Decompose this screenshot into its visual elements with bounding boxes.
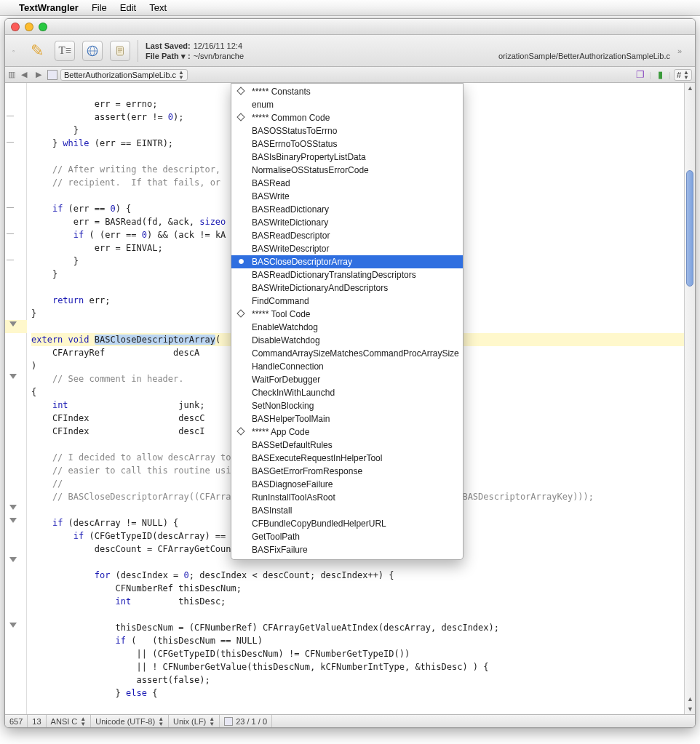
marker-selector[interactable]: # ▲▼ bbox=[674, 69, 692, 81]
popup-function-item[interactable]: BASExecuteRequestInHelperTool bbox=[231, 452, 463, 465]
popup-function-item[interactable]: NormaliseOSStatusErrorCode bbox=[231, 164, 463, 177]
popup-function-item[interactable]: BASInstall bbox=[231, 504, 463, 517]
gutter[interactable] bbox=[5, 83, 27, 714]
diamond-icon bbox=[236, 87, 244, 95]
popup-item-label: HandleConnection bbox=[252, 361, 324, 372]
popup-item-label: BASReadDictionary bbox=[252, 204, 329, 215]
scrollbar-thumb[interactable] bbox=[686, 170, 693, 287]
fold-triangle-icon[interactable] bbox=[9, 557, 17, 562]
popup-function-item[interactable]: BASIsBinaryPropertyListData bbox=[231, 151, 463, 164]
encoding-selector[interactable]: Unicode (UTF-8)▲▼ bbox=[91, 715, 169, 727]
toolbar-divider bbox=[138, 40, 138, 62]
popup-function-item[interactable]: CommandArraySizeMatchesCommandProcArrayS… bbox=[231, 347, 463, 360]
minimize-button[interactable] bbox=[25, 23, 33, 31]
popup-function-item[interactable]: BASReadDictionary bbox=[231, 203, 463, 216]
nav-back-button[interactable]: ◀ bbox=[18, 70, 30, 79]
text-options-button[interactable]: T☰ bbox=[55, 41, 75, 61]
editor-window: ◦ ✎ T☰ Last Saved: 12/16/11 12:4 File Pa… bbox=[4, 18, 696, 728]
popup-function-item[interactable]: BASErrnoToOSStatus bbox=[231, 137, 463, 151]
popup-function-item[interactable]: EnableWatchdog bbox=[231, 321, 463, 334]
nav-forward-button[interactable]: ▶ bbox=[33, 70, 44, 79]
popup-function-item[interactable]: BASReadDescriptor bbox=[231, 229, 463, 242]
popup-item-label: GetToolPath bbox=[252, 532, 300, 542]
popup-item-label: enum bbox=[252, 100, 274, 110]
file-path-label[interactable]: File Path ▾ : bbox=[146, 51, 191, 61]
popup-item-label: BASReadDescriptor bbox=[252, 231, 330, 241]
lineending-selector[interactable]: Unix (LF)▲▼ bbox=[169, 715, 220, 727]
popup-function-item[interactable]: BASHelperToolMain bbox=[231, 412, 463, 425]
document-icon bbox=[47, 70, 57, 80]
zoom-button[interactable] bbox=[39, 23, 47, 31]
popup-item-label: BASWrite bbox=[252, 191, 290, 201]
book-icon[interactable]: ❐ bbox=[635, 69, 646, 81]
app-menu[interactable]: TextWrangler bbox=[19, 2, 79, 13]
file-path-value-left: ~/svn/branche bbox=[194, 51, 244, 61]
language-selector[interactable]: ANSI C▲▼ bbox=[47, 715, 92, 727]
diamond-icon bbox=[236, 113, 244, 121]
popup-section-header[interactable]: ***** Tool Code bbox=[231, 308, 463, 321]
vertical-scrollbar[interactable]: ▲ ▲ ▼ bbox=[684, 83, 695, 714]
popup-section-header[interactable]: ***** App Code bbox=[231, 425, 463, 439]
popup-function-item[interactable]: enum bbox=[231, 98, 463, 111]
popup-function-item[interactable]: BASSetDefaultRules bbox=[231, 439, 463, 452]
fold-triangle-icon[interactable] bbox=[9, 374, 17, 379]
popup-function-item[interactable]: SetNonBlocking bbox=[231, 399, 463, 412]
popup-function-item[interactable]: BASRead bbox=[231, 177, 463, 190]
last-saved-value: 12/16/11 12:4 bbox=[194, 41, 242, 51]
popup-function-item[interactable]: CFBundleCopyBundledHelperURL bbox=[231, 517, 463, 530]
popup-function-item[interactable]: BASWriteDescriptor bbox=[231, 242, 463, 255]
html-preview-button[interactable] bbox=[82, 41, 103, 61]
popup-function-item[interactable]: CheckInWithLaunchd bbox=[231, 386, 463, 399]
popup-function-item[interactable]: GetToolPath bbox=[231, 530, 463, 543]
popup-item-label: NormaliseOSStatusErrorCode bbox=[252, 165, 369, 175]
popup-item-label: BASSetDefaultRules bbox=[252, 440, 333, 450]
fold-triangle-icon[interactable] bbox=[9, 518, 17, 523]
scroll-up-icon[interactable]: ▲ bbox=[687, 84, 693, 92]
popup-function-item[interactable]: BASGetErrorFromResponse bbox=[231, 465, 463, 478]
popup-function-item[interactable]: BASWriteDictionaryAndDescriptors bbox=[231, 281, 463, 295]
popup-section-header[interactable]: ***** Constants bbox=[231, 85, 463, 98]
edit-icon[interactable]: ✎ bbox=[27, 41, 47, 61]
document-selector[interactable]: BetterAuthorizationSampleLib.c ▲▼ bbox=[60, 69, 188, 81]
selection-info: 23 / 1 / 0 bbox=[220, 715, 272, 727]
menu-file[interactable]: File bbox=[92, 2, 107, 13]
fold-triangle-icon[interactable] bbox=[9, 321, 17, 327]
popup-item-label: BASErrnoToOSStatus bbox=[252, 139, 337, 149]
popup-function-item[interactable]: BASDiagnoseFailure bbox=[231, 478, 463, 491]
popup-item-label: SetNonBlocking bbox=[252, 401, 314, 411]
menu-edit[interactable]: Edit bbox=[120, 2, 136, 13]
scroll-up2-icon[interactable]: ▲ bbox=[687, 695, 693, 703]
popup-function-item[interactable]: WaitForDebugger bbox=[231, 373, 463, 386]
popup-item-label: WaitForDebugger bbox=[252, 375, 320, 385]
fold-triangle-icon[interactable] bbox=[9, 505, 17, 510]
popup-function-item[interactable]: DisableWatchdog bbox=[231, 334, 463, 347]
flag-icon[interactable]: ▮ bbox=[654, 69, 666, 81]
scripts-button[interactable] bbox=[110, 41, 130, 61]
fold-triangle-icon[interactable] bbox=[9, 623, 17, 628]
selector-arrows-icon: ▲▼ bbox=[178, 70, 184, 80]
popup-function-item[interactable]: FindCommand bbox=[231, 295, 463, 308]
last-saved-label: Last Saved: bbox=[146, 41, 191, 51]
sidebar-toggle-icon[interactable]: ▥ bbox=[8, 70, 15, 79]
close-button[interactable] bbox=[11, 23, 20, 31]
toolbar-overflow-icon[interactable]: » bbox=[677, 47, 688, 55]
selected-token: BASCloseDescriptorArray bbox=[95, 335, 215, 345]
file-path-value-right: orizationSample/BetterAuthorizationSampl… bbox=[498, 51, 670, 61]
diamond-icon bbox=[236, 309, 244, 317]
popup-function-item[interactable]: RunInstallToolAsRoot bbox=[231, 491, 463, 504]
scroll-down-icon[interactable]: ▼ bbox=[687, 705, 693, 713]
toolbar: ◦ ✎ T☰ Last Saved: 12/16/11 12:4 File Pa… bbox=[5, 35, 695, 67]
popup-item-label: FindCommand bbox=[252, 296, 309, 306]
popup-function-item[interactable]: BASFixFailure bbox=[231, 543, 463, 556]
popup-item-label: BASCloseDescriptorArray bbox=[252, 257, 352, 267]
popup-section-header[interactable]: ***** Common Code bbox=[231, 111, 463, 124]
document-info: Last Saved: 12/16/11 12:4 File Path ▾ : … bbox=[146, 41, 244, 61]
popup-function-item[interactable]: BASWriteDictionary bbox=[231, 216, 463, 229]
popup-function-item[interactable]: HandleConnection bbox=[231, 360, 463, 373]
popup-function-item[interactable]: BASReadDictionaryTranslatingDescriptors bbox=[231, 268, 463, 281]
popup-function-item[interactable]: BASCloseDescriptorArray bbox=[231, 255, 463, 268]
popup-function-item[interactable]: BASWrite bbox=[231, 190, 463, 203]
menu-text[interactable]: Text bbox=[149, 2, 167, 13]
document-info-right: orizationSample/BetterAuthorizationSampl… bbox=[498, 41, 670, 61]
popup-function-item[interactable]: BASOSStatusToErrno bbox=[231, 124, 463, 137]
